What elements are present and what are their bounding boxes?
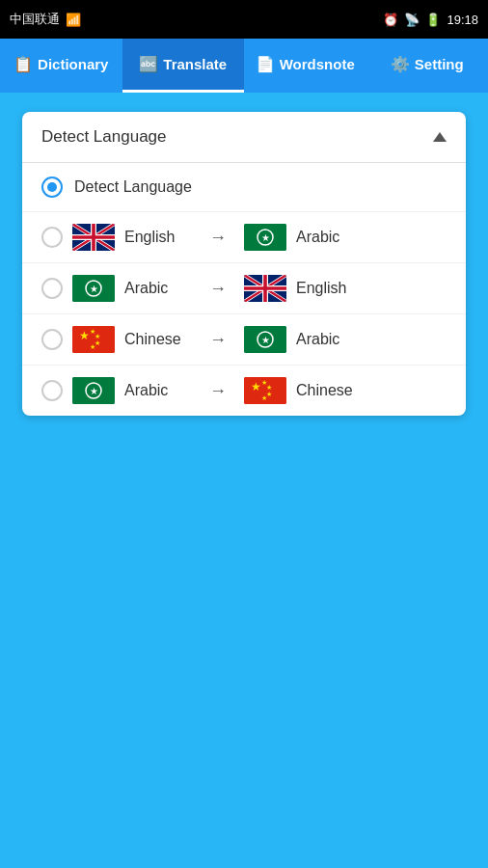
flag-arabic-3: ★: [72, 377, 115, 404]
svg-text:★: ★: [90, 284, 98, 294]
tab-wordnote-label: Wordsnote: [280, 56, 355, 72]
tab-wordnote[interactable]: 📄 Wordsnote: [244, 39, 366, 93]
dictionary-icon: 📋: [14, 55, 33, 73]
svg-text:★: ★: [90, 386, 98, 396]
status-right: ⏰ 📡 🔋 19:18: [383, 13, 478, 27]
from-lang-0: English: [124, 229, 192, 246]
svg-text:★: ★: [261, 394, 267, 401]
tab-setting-label: Setting: [415, 56, 464, 72]
flag-uk-0: [72, 224, 115, 251]
lang-pair-right-2: ★ Arabic: [244, 326, 364, 353]
battery-icon: 🔋: [425, 13, 441, 27]
svg-text:★: ★: [251, 380, 261, 393]
lang-pair-radio-1[interactable]: [41, 278, 63, 299]
lang-pair-radio-2[interactable]: [41, 329, 63, 350]
flag-chinese-3: ★ ★ ★ ★ ★: [244, 377, 286, 404]
svg-text:★: ★: [90, 343, 95, 350]
wifi-icon: 📡: [404, 13, 420, 27]
svg-text:★: ★: [95, 333, 100, 339]
detect-language-radio[interactable]: [41, 176, 63, 198]
arrow-2: →: [209, 330, 227, 350]
lang-pair-row-1[interactable]: ★ Arabic →: [22, 263, 466, 314]
tab-dictionary-label: Dictionary: [38, 56, 108, 72]
flag-arabic-2: ★: [244, 326, 286, 353]
tab-translate[interactable]: 🔤 Translate: [122, 39, 245, 93]
nav-bar: 📋 Dictionary 🔤 Translate 📄 Wordsnote ⚙️ …: [0, 39, 488, 93]
tab-setting[interactable]: ⚙️ Setting: [366, 39, 489, 93]
from-lang-1: Arabic: [124, 280, 192, 297]
arrow-0: →: [209, 228, 227, 248]
detect-language-label: Detect Language: [74, 178, 192, 196]
to-lang-0: Arabic: [296, 229, 364, 246]
tab-translate-label: Translate: [163, 56, 227, 72]
flag-arabic-1: ★: [72, 275, 115, 302]
lang-pair-row-0[interactable]: English → ★ Arabic: [22, 212, 466, 263]
status-bar: 中国联通 📶 ⏰ 📡 🔋 19:18: [0, 0, 488, 39]
tab-dictionary[interactable]: 📋 Dictionary: [0, 39, 122, 93]
lang-pair-radio-0[interactable]: [41, 227, 63, 248]
svg-text:★: ★: [266, 384, 272, 391]
flag-chinese-2: ★ ★ ★ ★ ★: [72, 326, 115, 353]
signal-icon: 📶: [66, 13, 81, 27]
to-lang-1: English: [296, 280, 364, 297]
from-lang-2: Chinese: [124, 331, 192, 348]
lang-pair-right-1: English: [244, 275, 364, 302]
arrow-3: →: [209, 381, 227, 401]
lang-pair-row-2[interactable]: ★ ★ ★ ★ ★ Chinese → ★ Arabic: [22, 314, 466, 366]
svg-text:★: ★: [79, 329, 90, 342]
chevron-up-icon: [433, 132, 447, 142]
alarm-icon: ⏰: [383, 13, 398, 27]
setting-icon: ⚙️: [391, 55, 410, 73]
flag-arabic-0: ★: [244, 224, 286, 251]
translate-icon: 🔤: [139, 55, 158, 73]
svg-text:★: ★: [261, 335, 270, 345]
from-lang-3: Arabic: [124, 382, 192, 399]
carrier-text: 中国联通: [10, 11, 60, 28]
status-left: 中国联通 📶: [10, 11, 81, 28]
time-text: 19:18: [447, 13, 478, 27]
dropdown-header[interactable]: Detect Language: [22, 112, 466, 163]
main-content: Detect Language Detect Language: [0, 93, 488, 868]
lang-pair-right-0: ★ Arabic: [244, 224, 364, 251]
language-dropdown-card: Detect Language Detect Language: [22, 112, 466, 416]
lang-pair-right-3: ★ ★ ★ ★ ★ Chinese: [244, 377, 364, 404]
lang-pair-row-3[interactable]: ★ Arabic → ★ ★ ★ ★ ★ Chinese: [22, 366, 466, 416]
svg-text:★: ★: [261, 232, 270, 243]
to-lang-2: Arabic: [296, 331, 364, 348]
to-lang-3: Chinese: [296, 382, 364, 399]
detect-language-option[interactable]: Detect Language: [22, 163, 466, 212]
dropdown-header-label: Detect Language: [41, 127, 167, 147]
flag-uk-1: [244, 275, 286, 302]
lang-pair-radio-3[interactable]: [41, 380, 63, 401]
arrow-1: →: [209, 279, 227, 299]
wordnote-icon: 📄: [256, 55, 275, 73]
